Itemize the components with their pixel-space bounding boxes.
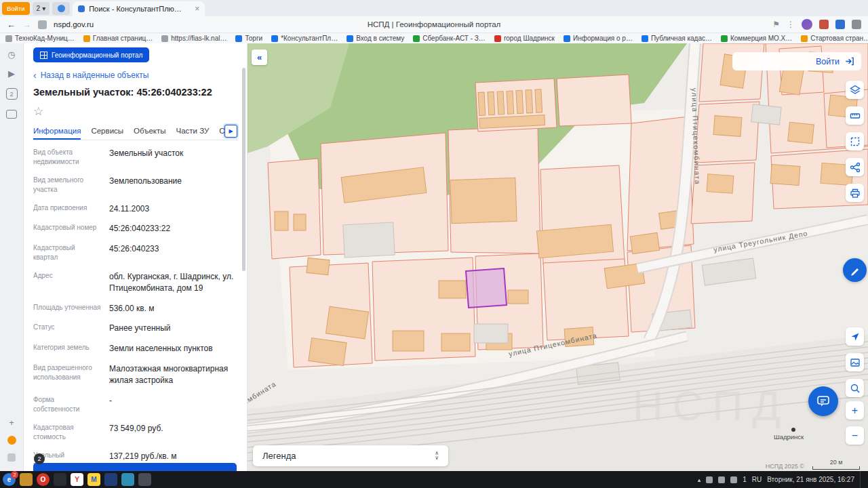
field-row: Вид объекта недвижимостиЗемельный участо… — [33, 143, 237, 171]
bookmark-item[interactable]: Главная страниц… — [83, 35, 153, 42]
bookmark-flag-icon[interactable]: ⚑ — [772, 20, 780, 29]
taskbar-app-5[interactable]: Y — [71, 473, 83, 486]
taskbar-app-6[interactable]: M — [87, 473, 100, 486]
bookmark-item[interactable]: ТехноКад-Муниц… — [5, 35, 75, 42]
draw-tool-button[interactable] — [843, 258, 867, 282]
close-icon[interactable]: × — [195, 4, 199, 14]
selected-parcel[interactable] — [466, 268, 507, 308]
bookmark-label: Сбербанк-АСТ - З… — [422, 35, 486, 42]
panel-tab-2[interactable]: Сервисы — [91, 127, 123, 140]
apps-icon[interactable] — [7, 453, 16, 462]
pinned-tab[interactable] — [52, 2, 70, 15]
field-value: - — [109, 395, 237, 414]
address-url[interactable]: nspd.gov.ru — [54, 20, 94, 28]
field-value: 73 549,09 руб. — [109, 423, 237, 442]
site-settings-icon[interactable] — [38, 20, 47, 29]
language-indicator[interactable]: RU — [752, 476, 762, 483]
panel-tab-1[interactable]: Информация — [33, 127, 81, 140]
basemap-icon — [850, 357, 861, 368]
bookmark-item[interactable]: Публичная кадас… — [642, 35, 712, 42]
tray-expand-icon[interactable]: ▴ — [698, 476, 701, 483]
taskbar-app-8[interactable] — [121, 473, 134, 486]
taskbar-app-4[interactable] — [54, 473, 66, 486]
map-login-bar[interactable]: Войти — [732, 52, 861, 70]
tab-group-chip[interactable]: 2 ▾ — [33, 2, 50, 15]
active-tab[interactable]: Поиск - КонсультантПлю… × — [73, 1, 205, 16]
panel-collapse-button[interactable]: « — [252, 49, 267, 65]
history-icon[interactable]: ◷ — [7, 50, 15, 59]
tray-icon-1[interactable] — [706, 476, 713, 483]
bookmark-favicon — [271, 35, 278, 42]
add-icon[interactable]: + — [9, 418, 14, 427]
back-link[interactable]: ‹ Назад в найденные объекты — [33, 70, 237, 80]
portal-header[interactable]: Геоинформационный портал — [33, 47, 149, 62]
tab-group-count: 2 — [37, 5, 41, 12]
bookmark-label: Главная страниц… — [93, 35, 153, 42]
my-location-button[interactable] — [846, 327, 864, 346]
field-label: Вид объекта недвижимости — [33, 148, 101, 167]
taskbar-app-9[interactable] — [138, 473, 151, 486]
bookmark-item[interactable]: Сбербанк-АСТ - З… — [413, 35, 486, 42]
zoom-out-button[interactable]: − — [846, 426, 864, 445]
show-desktop-button[interactable] — [860, 471, 864, 488]
forward-icon[interactable]: → — [22, 20, 31, 30]
layers-button[interactable] — [846, 81, 864, 99]
bookmark-item[interactable]: город Шадринск — [494, 35, 555, 42]
bookmark-item[interactable]: Вход в систему — [347, 35, 404, 42]
tabs-count-icon[interactable]: 2 — [6, 88, 18, 100]
tabs-scroll-button[interactable]: ▶ — [224, 125, 237, 138]
field-value: 24.11.2003 — [109, 203, 237, 215]
taskbar-app-1[interactable]: e2 — [3, 473, 16, 486]
favorite-star-icon[interactable]: ☆ — [33, 104, 47, 119]
panel-next-section[interactable] — [33, 463, 237, 471]
field-row: Форма собственности- — [33, 390, 237, 418]
print-button[interactable] — [846, 184, 864, 202]
panel-tab-4[interactable]: Части ЗУ — [176, 127, 210, 140]
bookmark-item[interactable]: Торги — [235, 35, 262, 42]
tray-badge: 1 — [743, 476, 747, 483]
bookmark-item[interactable]: *КонсультантПл… — [271, 35, 338, 42]
messenger-icon[interactable] — [6, 110, 17, 119]
back-icon[interactable]: ← — [7, 20, 16, 30]
extension-icon-1[interactable] — [819, 20, 829, 29]
panel-tab-3[interactable]: Объекты — [134, 127, 165, 140]
measure-button[interactable] — [846, 106, 864, 125]
feedback-chat-button[interactable] — [808, 386, 838, 416]
extension-icon-3[interactable] — [852, 20, 861, 29]
bookmark-item[interactable]: Коммерция МО.Х… — [721, 35, 792, 42]
taskbar-app-3[interactable]: O — [37, 473, 50, 486]
share-button[interactable] — [846, 158, 864, 176]
map-attribution: НСПД 2025 © — [766, 463, 804, 470]
profile-avatar[interactable] — [802, 19, 812, 30]
browser-profile-button[interactable]: Войти — [2, 2, 30, 15]
tabs-badge[interactable]: 2 — [34, 453, 45, 464]
panel-scrollbar[interactable] — [242, 68, 245, 271]
tray-icon-2[interactable] — [718, 476, 725, 483]
map-container[interactable]: НСПД улица Птицекомбината улица Треуголь… — [248, 43, 868, 471]
taskbar-app-7[interactable] — [104, 473, 117, 486]
bookmark-label: ТехноКад-Муниц… — [15, 35, 75, 42]
taskbar-app-2[interactable] — [20, 473, 33, 486]
bookmark-favicon — [347, 35, 353, 42]
field-value: 45:26:040233 — [109, 243, 237, 262]
menu-dots-icon[interactable]: ⋮ — [787, 20, 795, 29]
extension-icon-2[interactable] — [835, 20, 845, 29]
field-value: обл. Курганская, г. Шадринск, ул. Птицек… — [109, 271, 237, 294]
basemap-button[interactable] — [846, 353, 864, 371]
bookmark-item[interactable]: Информация о р… — [564, 35, 633, 42]
field-row: Адресобл. Курганская, г. Шадринск, ул. П… — [33, 267, 237, 299]
map-tools-column — [846, 81, 864, 202]
taskbar-clock[interactable]: Вторник, 21 янв 2025, 16:27 — [767, 476, 854, 483]
select-area-button[interactable] — [846, 132, 864, 150]
legend-dropdown[interactable]: Легенда ∧∨ — [253, 445, 448, 466]
login-icon — [844, 56, 854, 66]
weather-icon[interactable] — [7, 436, 16, 445]
cadastral-map[interactable]: НСПД улица Птицекомбината улица Треуголь… — [248, 43, 868, 471]
bookmark-item[interactable]: Стартовая стран… — [801, 35, 868, 42]
bookmark-item[interactable]: https://fias-lk.nal… — [161, 35, 226, 42]
tray-icon-3[interactable] — [730, 476, 737, 483]
browser-tabbar: Войти 2 ▾ Поиск - КонсультантПлю… × — [0, 0, 868, 16]
play-icon[interactable]: ▶ — [8, 69, 15, 78]
search-area-button[interactable] — [846, 379, 864, 397]
zoom-in-button[interactable]: + — [846, 401, 864, 420]
